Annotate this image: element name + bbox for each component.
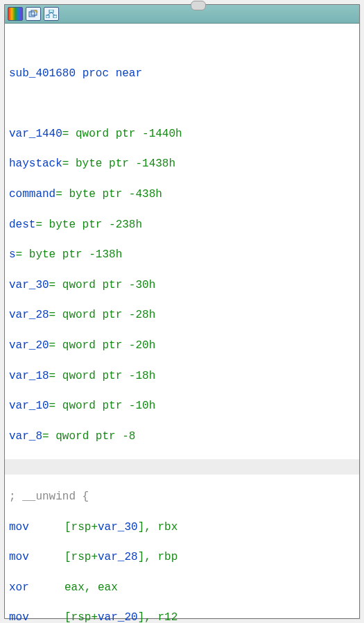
disassembly-content[interactable]: sub_401680 proc near var_1440= qword ptr… — [5, 24, 359, 623]
svg-rect-4 — [46, 15, 49, 18]
svg-rect-3 — [49, 10, 53, 12]
highlight-row — [5, 459, 359, 475]
var-decl: var_28= qword ptr -28h — [9, 308, 355, 323]
mnemonic: mov — [9, 520, 64, 536]
kw-proc: proc — [83, 67, 109, 80]
var-name: var_18 — [9, 370, 49, 382]
svg-line-7 — [51, 12, 55, 15]
titlebar — [5, 5, 359, 24]
var-rest: = qword ptr -10h — [49, 400, 156, 412]
var-rest: = byte ptr -238h — [35, 219, 142, 231]
mnemonic: mov — [9, 611, 64, 623]
var-rest: = byte ptr -138h — [16, 248, 123, 261]
var-name: dest — [9, 219, 35, 231]
var-name: haystack — [9, 157, 62, 170]
var-name: s — [9, 248, 16, 261]
var-name: var_28 — [9, 309, 49, 321]
mnemonic: xor — [9, 581, 64, 596]
op: ], rbx — [138, 521, 178, 534]
var-rest: = qword ptr -28h — [49, 309, 156, 321]
var-name: command — [9, 188, 55, 200]
svg-line-6 — [47, 12, 51, 15]
var-name: var_30 — [9, 279, 49, 291]
var-name: var_20 — [9, 339, 49, 352]
svg-rect-5 — [53, 15, 57, 18]
op: ], r12 — [138, 611, 178, 623]
proc-header: sub_401680 proc near — [9, 67, 355, 82]
var-name: var_10 — [9, 400, 49, 412]
op: [rsp+ — [64, 611, 98, 623]
kw-near: near — [116, 67, 142, 80]
comment-line: ; __unwind { — [9, 490, 355, 505]
window-restore-icon[interactable] — [26, 7, 41, 21]
var-rest: = qword ptr -30h — [49, 279, 156, 291]
var-decl: dest= byte ptr -238h — [9, 218, 355, 233]
var-decl: haystack= byte ptr -1438h — [9, 157, 355, 172]
var-rest: = qword ptr -20h — [49, 339, 156, 352]
var-decl: s= byte ptr -138h — [9, 248, 355, 263]
asm-line: mov[rsp+var_30], rbx — [9, 520, 355, 536]
var-decl: var_20= qword ptr -20h — [9, 339, 355, 354]
disassembly-window: sub_401680 proc near var_1440= qword ptr… — [4, 4, 360, 619]
var-rest: = byte ptr -438h — [55, 188, 162, 200]
var-decl: command= byte ptr -438h — [9, 187, 355, 203]
unwind-comment: ; __unwind { — [9, 490, 89, 503]
var-rest: = qword ptr -8 — [42, 430, 135, 443]
op-var: var_30 — [98, 521, 138, 534]
op: [rsp+ — [64, 521, 98, 534]
op-var: var_28 — [98, 551, 138, 563]
var-rest: = qword ptr -1440h — [62, 128, 182, 140]
var-decl: var_8= qword ptr -8 — [9, 429, 355, 445]
var-rest: = qword ptr -18h — [49, 370, 156, 382]
var-rest: = byte ptr -1438h — [62, 157, 175, 170]
graph-icon[interactable] — [44, 7, 59, 21]
palette-icon[interactable] — [8, 7, 23, 21]
var-decl: var_18= qword ptr -18h — [9, 369, 355, 384]
mnemonic: mov — [9, 550, 64, 565]
op-var: var_20 — [98, 611, 138, 623]
drag-handle[interactable] — [191, 1, 206, 10]
blank-line — [9, 96, 355, 112]
svg-rect-0 — [29, 12, 35, 17]
op: ], rbp — [138, 551, 178, 563]
var-decl: var_10= qword ptr -10h — [9, 399, 355, 414]
op: [rsp+ — [64, 551, 98, 563]
var-name: var_1440 — [9, 128, 62, 140]
var-decl: var_1440= qword ptr -1440h — [9, 127, 355, 142]
var-name: var_8 — [9, 430, 42, 443]
asm-line: mov[rsp+var_20], r12 — [9, 611, 355, 623]
asm-line: mov[rsp+var_28], rbp — [9, 550, 355, 565]
op: eax, eax — [64, 581, 118, 594]
asm-line: xoreax, eax — [9, 581, 355, 596]
var-decl: var_30= qword ptr -30h — [9, 278, 355, 293]
proc-name: sub_401680 — [9, 67, 76, 80]
